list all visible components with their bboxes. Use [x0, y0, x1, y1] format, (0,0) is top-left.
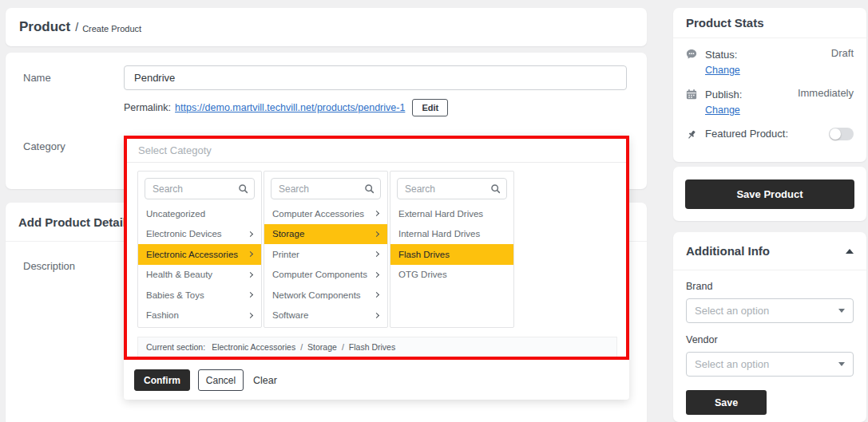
product-stats-title: Product Stats	[686, 16, 764, 30]
chevron-right-icon	[248, 231, 253, 237]
featured-label: Featured Product:	[705, 128, 829, 140]
caret-down-icon	[838, 309, 845, 313]
description-label: Description	[23, 260, 75, 272]
additional-info-save-button[interactable]: Save	[686, 390, 767, 415]
name-input[interactable]	[124, 65, 627, 90]
chevron-right-icon	[374, 292, 379, 298]
publish-value: Immediately	[798, 87, 854, 99]
category-item[interactable]: Babies & Toys	[138, 285, 261, 306]
path-separator: /	[300, 342, 303, 352]
current-section-label: Current section:	[146, 342, 205, 352]
search-icon	[238, 183, 248, 194]
status-label: Status:	[705, 49, 737, 61]
page-title: Product	[19, 19, 70, 35]
vendor-select[interactable]: Select an option	[686, 352, 854, 377]
product-stats-card: Product Stats Status: Change Draft Publi…	[673, 8, 866, 162]
category-item[interactable]: Network Components	[264, 285, 387, 306]
category-select-field[interactable]: Select Categoty	[127, 139, 626, 163]
category-item[interactable]: Uncategorized	[138, 203, 261, 224]
category-item[interactable]: Fashion	[138, 306, 261, 326]
vendor-label: Vendor	[686, 334, 854, 345]
calendar-icon	[686, 87, 705, 100]
category-column-2: Computer Accessories Storage Printer Com…	[264, 171, 388, 328]
category-item[interactable]: OTG Drives	[390, 265, 513, 286]
brand-select[interactable]: Select an option	[686, 298, 854, 323]
permalink-link[interactable]: https://demo.martvill.techvill.net/produ…	[175, 102, 405, 113]
chevron-right-icon	[374, 272, 379, 278]
category-item[interactable]: Software	[264, 306, 387, 326]
category-item[interactable]: Computer Components	[264, 265, 387, 286]
chevron-right-icon	[374, 211, 379, 216]
permalink-row: Permalink: https://demo.martvill.techvil…	[124, 97, 448, 118]
chevron-right-icon	[248, 251, 253, 257]
category-item[interactable]: Internal Hard Drives	[390, 224, 513, 245]
status-value: Draft	[831, 47, 854, 59]
chevron-right-icon	[374, 313, 379, 318]
change-publish-link[interactable]: Change	[705, 105, 740, 116]
publish-label: Publish:	[705, 89, 742, 101]
additional-info-title: Additional Info	[686, 244, 770, 258]
current-section-path-item: Flash Drives	[349, 342, 395, 352]
permalink-label: Permalink:	[124, 102, 171, 113]
page-header-card: Product / Create Product	[6, 8, 647, 46]
category-item[interactable]: Health & Beauty	[138, 265, 261, 286]
category-item[interactable]: Printer	[264, 244, 387, 265]
breadcrumb-separator: /	[75, 21, 78, 34]
details-section-title: Add Product Details	[18, 215, 133, 229]
category-label: Category	[23, 140, 65, 152]
category-column-3: External Hard Drives Internal Hard Drive…	[390, 171, 514, 328]
category-item-selected[interactable]: Electronic Accessories	[138, 244, 261, 265]
additional-info-card: Additional Info Brand Select an option V…	[673, 232, 866, 422]
pin-icon	[686, 128, 705, 140]
category-item[interactable]: Computer Accessories	[264, 203, 387, 224]
featured-row: Featured Product:	[686, 127, 854, 140]
breadcrumb-current: Create Product	[82, 24, 141, 34]
clear-button[interactable]: Clear	[253, 375, 277, 386]
category-item-selected[interactable]: Storage	[264, 224, 387, 245]
chevron-right-icon	[248, 272, 253, 278]
category-item[interactable]: Electronic Devices	[138, 224, 261, 245]
chevron-right-icon	[248, 292, 253, 298]
current-section-path-item: Electronic Accessories	[212, 342, 295, 352]
featured-toggle[interactable]	[829, 128, 854, 140]
category-picker-panel: Select Categoty Uncategorized Electronic…	[124, 136, 629, 400]
edit-permalink-button[interactable]: Edit	[412, 99, 448, 116]
cancel-button[interactable]: Cancel	[198, 369, 244, 391]
save-product-button[interactable]: Save Product	[685, 179, 854, 209]
current-section-bar: Current section: Electronic Accessories …	[137, 337, 617, 357]
search-icon	[364, 183, 375, 194]
current-section-path-item: Storage	[307, 342, 337, 352]
caret-down-icon	[838, 362, 845, 366]
status-row: Status: Change Draft	[686, 47, 854, 77]
change-status-link[interactable]: Change	[705, 65, 740, 76]
category-column-1: Uncategorized Electronic Devices Electro…	[137, 171, 262, 328]
search-icon	[490, 183, 501, 194]
chevron-right-icon	[374, 251, 379, 257]
confirm-button[interactable]: Confirm	[134, 369, 190, 391]
publish-row: Publish: Change Immediately	[686, 87, 854, 116]
chevron-right-icon	[248, 313, 253, 318]
category-item[interactable]: External Hard Drives	[390, 203, 513, 224]
chevron-right-icon	[374, 231, 379, 237]
collapse-caret-icon[interactable]	[846, 249, 854, 254]
save-product-card: Save Product	[673, 167, 866, 221]
status-icon	[686, 47, 705, 60]
name-label: Name	[23, 72, 51, 84]
toggle-knob	[830, 128, 841, 140]
brand-label: Brand	[686, 281, 854, 292]
path-separator: /	[342, 342, 344, 352]
category-item-selected[interactable]: Flash Drives	[390, 244, 513, 265]
picker-actions: Confirm Cancel Clear	[134, 369, 277, 391]
